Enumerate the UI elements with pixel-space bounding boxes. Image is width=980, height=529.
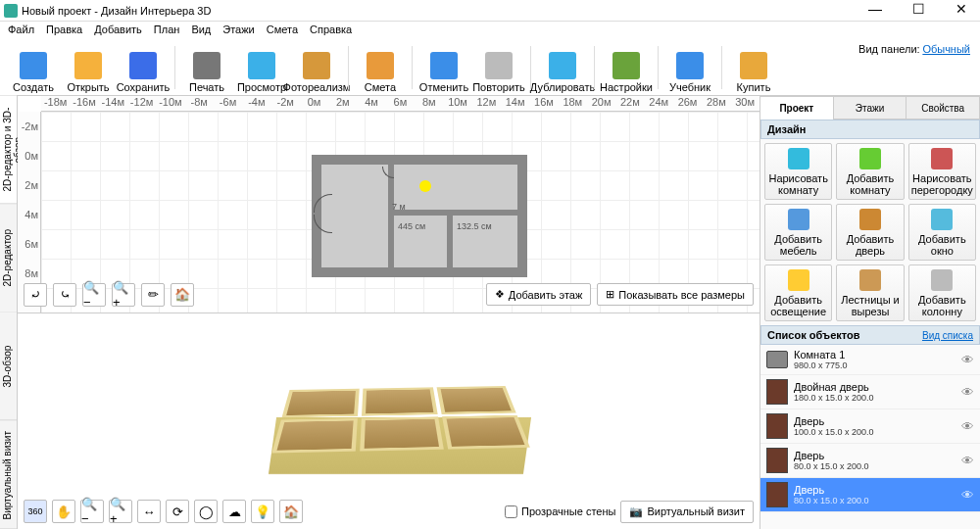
plan-tool-3[interactable]: 🔍+: [112, 283, 135, 307]
right-tabs: ПроектЭтажиСвойства: [760, 96, 980, 120]
app-icon: [4, 4, 18, 18]
double-door-icon[interactable]: [314, 194, 323, 233]
vtab-3[interactable]: Виртуальный визит: [0, 421, 17, 530]
toolbar-Печать[interactable]: Печать: [179, 42, 234, 93]
plan-2d-view[interactable]: -18м-16м-14м-12м-10м-8м-6м-4м-2м0м2м4м6м…: [18, 96, 760, 313]
tab-Этажи[interactable]: Этажи: [834, 96, 907, 120]
view3d-tool-9[interactable]: 🏠: [279, 500, 303, 523]
object-item[interactable]: Двойная дверь180.0 x 15.0 x 200.0👁: [760, 375, 980, 409]
view3d-tool-5[interactable]: ⟳: [166, 500, 189, 523]
wall[interactable]: [447, 210, 453, 270]
design-btn-4[interactable]: Добавитьдверь: [836, 204, 904, 261]
tab-Свойства[interactable]: Свойства: [906, 96, 980, 120]
vtab-0[interactable]: 2D-редактор и 3D-обзор: [0, 96, 17, 205]
menu-Правка[interactable]: Правка: [46, 24, 82, 37]
tab-Проект[interactable]: Проект: [760, 96, 834, 120]
design-btn-1[interactable]: Добавитькомнату: [836, 143, 904, 200]
object-item[interactable]: Дверь80.0 x 15.0 x 200.0👁: [760, 478, 980, 512]
object-item[interactable]: Дверь100.0 x 15.0 x 200.0👁: [760, 409, 980, 444]
vtab-1[interactable]: 2D-редактор: [0, 205, 17, 313]
visibility-icon[interactable]: 👁: [961, 419, 974, 434]
minimize-button[interactable]: —: [860, 1, 890, 21]
design-btn-5[interactable]: Добавитьокно: [908, 204, 976, 261]
room-3d-render: [253, 343, 547, 509]
menu-Вид[interactable]: Вид: [191, 24, 211, 37]
add-floor-button[interactable]: ❖Добавить этаж: [486, 283, 591, 306]
plan-tool-5[interactable]: 🏠: [171, 283, 194, 307]
menu-Этажи[interactable]: Этажи: [222, 24, 254, 37]
titlebar: Новый проект - Дизайн Интерьера 3D — ☐ ✕: [0, 0, 980, 22]
vtab-2[interactable]: 3D-обзор: [0, 313, 17, 421]
dimension-label: 132.5 см: [457, 221, 492, 231]
menu-План[interactable]: План: [154, 24, 180, 37]
toolbar-Отменить[interactable]: Отменить: [416, 42, 471, 93]
view3d-tool-2[interactable]: 🔍−: [80, 500, 104, 523]
view-panel-label: Вид панели: Обычный: [858, 43, 970, 55]
menu-Файл[interactable]: Файл: [8, 24, 34, 37]
maximize-button[interactable]: ☐: [904, 1, 933, 21]
toolbar-Просмотр[interactable]: Просмотр: [234, 42, 289, 93]
window-title: Новый проект - Дизайн Интерьера 3D: [22, 5, 860, 17]
plan-tool-2[interactable]: 🔍−: [82, 283, 106, 307]
toolbar-Сохранить[interactable]: Сохранить: [116, 42, 171, 93]
toolbar-Открыть[interactable]: Открыть: [61, 42, 116, 93]
view3d-tool-8[interactable]: 💡: [251, 500, 274, 523]
objects-section-header: Список объектов Вид списка: [760, 325, 980, 345]
right-panel: ПроектЭтажиСвойства Дизайн Нарисоватьком…: [760, 96, 980, 529]
object-list: Комната 1980.0 x 775.0👁Двойная дверь180.…: [760, 345, 980, 529]
menu-Справка[interactable]: Справка: [310, 24, 352, 37]
ruler-horizontal: -18м-16м-14м-12м-10м-8м-6м-4м-2м0м2м4м6м…: [41, 96, 760, 112]
dimension-label: 445 см: [398, 221, 425, 231]
door-icon[interactable]: [382, 167, 394, 178]
visibility-icon[interactable]: 👁: [961, 385, 974, 400]
visibility-icon[interactable]: 👁: [961, 353, 974, 367]
design-btn-8[interactable]: Добавитьколонну: [908, 264, 976, 321]
toolbar-Смета[interactable]: Смета: [353, 42, 408, 93]
show-dimensions-button[interactable]: ⊞Показывать все размеры: [597, 283, 754, 306]
visibility-icon[interactable]: 👁: [961, 454, 974, 468]
virtual-visit-button[interactable]: 📷Виртуальный визит: [620, 501, 754, 523]
toolbar-Дублировать[interactable]: Дублировать: [535, 42, 590, 93]
view3d-tool-1[interactable]: ✋: [52, 500, 75, 523]
visibility-icon[interactable]: 👁: [961, 488, 974, 503]
view3d-toolbar: 360✋🔍−🔍+↔⟳◯☁💡🏠 Прозрачные стены 📷Виртуал…: [24, 500, 754, 523]
object-item[interactable]: Комната 1980.0 x 775.0👁: [760, 345, 980, 375]
view3d-tool-7[interactable]: ☁: [222, 500, 246, 523]
plan-tool-4[interactable]: ✏: [141, 283, 165, 307]
plan-tool-1[interactable]: ⤿: [53, 283, 76, 307]
view3d-tool-0[interactable]: 360: [24, 500, 47, 523]
menu-Добавить[interactable]: Добавить: [94, 24, 142, 37]
door-icon: [766, 448, 788, 473]
design-btn-0[interactable]: Нарисоватькомнату: [764, 143, 832, 200]
door-icon: [766, 482, 788, 507]
toolbar: СоздатьОткрытьСохранитьПечатьПросмотрФот…: [0, 39, 980, 96]
toolbar-Купить[interactable]: Купить: [726, 42, 781, 93]
plan-toolbar: ⤾⤿🔍−🔍+✏🏠 ❖Добавить этаж ⊞Показывать все …: [24, 283, 754, 307]
light-marker-icon[interactable]: [419, 180, 431, 192]
view-3d[interactable]: 360✋🔍−🔍+↔⟳◯☁💡🏠 Прозрачные стены 📷Виртуал…: [18, 313, 760, 530]
view3d-tool-6[interactable]: ◯: [194, 500, 218, 523]
menu-Смета[interactable]: Смета: [267, 24, 298, 37]
list-view-link[interactable]: Вид списка: [922, 330, 973, 341]
close-button[interactable]: ✕: [947, 1, 976, 21]
design-btn-3[interactable]: Добавитьмебель: [764, 204, 832, 261]
object-item[interactable]: Дверь80.0 x 15.0 x 200.0👁: [760, 444, 980, 478]
design-btn-2[interactable]: Нарисоватьперегородку: [908, 143, 976, 200]
floorplan[interactable]: 7 м 445 см 132.5 см: [312, 155, 527, 277]
toolbar-Создать[interactable]: Создать: [6, 42, 61, 93]
view3d-tool-3[interactable]: 🔍+: [109, 500, 132, 523]
dimension-label: 7 м: [392, 202, 406, 212]
toolbar-Фотореализм[interactable]: Фотореализм: [289, 42, 344, 93]
toolbar-Настройки[interactable]: Настройки: [599, 42, 654, 93]
wall[interactable]: [388, 210, 517, 216]
toolbar-Учебник[interactable]: Учебник: [662, 42, 717, 93]
plan-tool-0[interactable]: ⤾: [24, 283, 47, 307]
main-views: -18м-16м-14м-12м-10м-8м-6м-4м-2м0м2м4м6м…: [18, 96, 760, 529]
view-panel-link[interactable]: Обычный: [922, 43, 970, 55]
view3d-tool-4[interactable]: ↔: [137, 500, 161, 523]
design-buttons-grid: НарисоватькомнатуДобавитькомнатуНарисова…: [760, 139, 980, 325]
transparent-walls-checkbox[interactable]: Прозрачные стены: [505, 505, 615, 518]
toolbar-Повторить[interactable]: Повторить: [471, 42, 526, 93]
design-btn-7[interactable]: Лестницы ивырезы: [836, 264, 904, 321]
design-btn-6[interactable]: Добавитьосвещение: [764, 264, 832, 321]
